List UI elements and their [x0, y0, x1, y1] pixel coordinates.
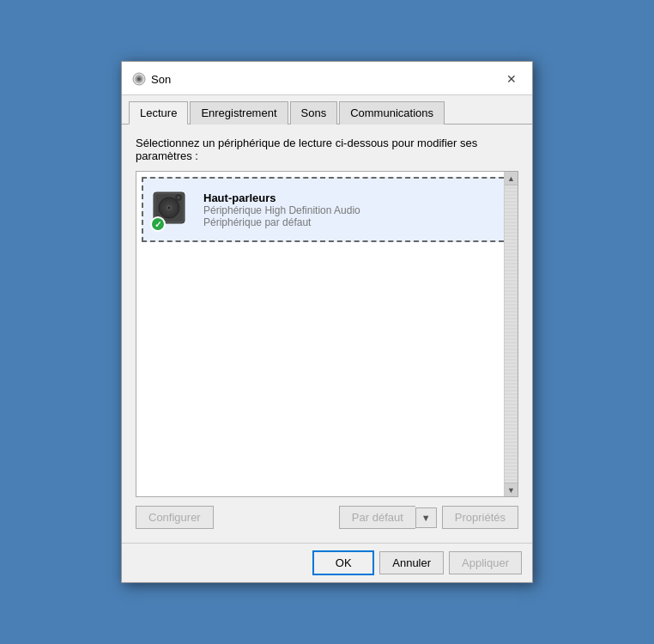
tab-enregistrement[interactable]: Enregistrement: [190, 101, 288, 125]
dialog-footer: OK Annuler Appliquer: [122, 543, 532, 582]
set-default-arrow-button[interactable]: ▼: [415, 507, 437, 528]
device-subtitle2: Périphérique par défaut: [203, 216, 504, 228]
window-title: Son: [151, 73, 171, 86]
title-bar-left: Son: [132, 72, 171, 86]
description-text: Sélectionnez un périphérique de lecture …: [136, 137, 518, 162]
device-icon-wrap: ✓: [150, 187, 195, 232]
speaker-icon: [132, 72, 146, 86]
scroll-down-button[interactable]: ▼: [505, 483, 518, 496]
action-bar: Configurer Par défaut ▼ Propriétés: [136, 497, 518, 534]
dialog-body: Sélectionnez un périphérique de lecture …: [122, 125, 532, 543]
tab-communications[interactable]: Communications: [339, 101, 445, 125]
scrollbar[interactable]: ▲ ▼: [504, 172, 518, 496]
device-item[interactable]: ✓ Haut-parleurs Périphérique High Defini…: [142, 177, 512, 242]
svg-point-13: [178, 197, 179, 198]
title-bar: Son ✕: [122, 62, 532, 95]
sound-dialog: Son ✕ Lecture Enregistrement Sons Commun…: [121, 61, 533, 583]
device-info: Haut-parleurs Périphérique High Definiti…: [203, 191, 504, 228]
set-default-button[interactable]: Par défaut: [339, 506, 415, 529]
configure-button[interactable]: Configurer: [136, 506, 214, 529]
properties-button[interactable]: Propriétés: [442, 506, 518, 529]
svg-point-3: [138, 78, 141, 81]
close-button[interactable]: ✕: [501, 69, 522, 89]
scroll-up-button[interactable]: ▲: [505, 172, 518, 185]
ok-button[interactable]: OK: [312, 550, 374, 575]
tab-sons[interactable]: Sons: [290, 101, 338, 125]
device-subtitle1: Périphérique High Definition Audio: [203, 204, 504, 216]
default-check-badge: ✓: [150, 216, 166, 232]
scroll-track[interactable]: [505, 185, 518, 483]
svg-point-10: [168, 207, 171, 210]
tab-bar: Lecture Enregistrement Sons Communicatio…: [122, 95, 532, 125]
default-button-group: Par défaut ▼: [339, 506, 437, 529]
cancel-button[interactable]: Annuler: [379, 551, 444, 574]
device-list[interactable]: ✓ Haut-parleurs Périphérique High Defini…: [136, 171, 518, 497]
tab-lecture[interactable]: Lecture: [129, 101, 188, 125]
device-name: Haut-parleurs: [203, 191, 504, 204]
apply-button[interactable]: Appliquer: [449, 551, 522, 574]
